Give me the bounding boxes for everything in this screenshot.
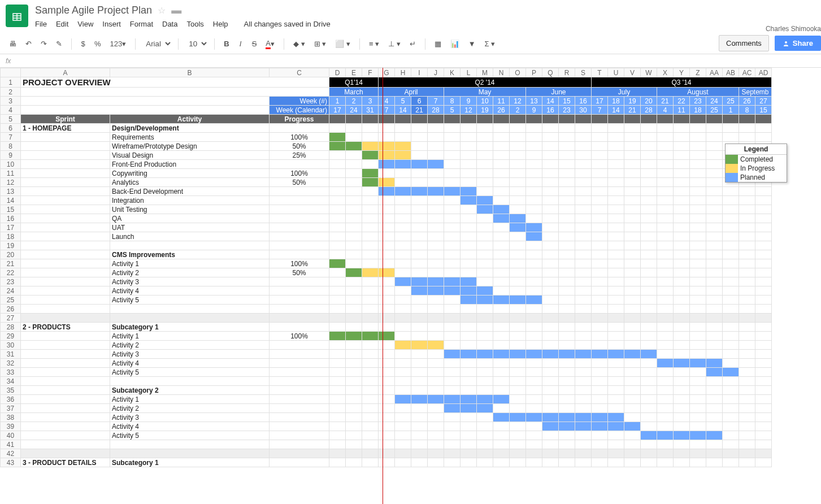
print-icon[interactable]: 🖶: [6, 37, 20, 50]
share-button[interactable]: Share: [775, 36, 821, 51]
borders-button[interactable]: ⊞ ▾: [311, 37, 330, 50]
font-size-select[interactable]: 10: [184, 38, 208, 50]
menu-format[interactable]: Format: [130, 20, 153, 28]
wrap-button[interactable]: ↵: [406, 37, 419, 50]
redo-icon[interactable]: ↷: [37, 37, 50, 50]
percent-button[interactable]: %: [91, 37, 105, 50]
sheets-logo[interactable]: [6, 5, 28, 27]
doc-title[interactable]: Sample Agile Project Plan: [35, 5, 152, 16]
folder-icon[interactable]: ▬: [171, 5, 181, 16]
user-name[interactable]: Charles Shimooka: [719, 25, 821, 33]
menu-insert[interactable]: Insert: [102, 20, 121, 28]
toolbar: 🖶 ↶ ↷ ✎ $ % 123 ▾ Arial 10 B I S A ▾ ◆ ▾…: [0, 34, 821, 54]
font-select[interactable]: Arial: [141, 38, 172, 50]
share-icon: [783, 40, 789, 47]
menu-tools[interactable]: Tools: [186, 20, 203, 28]
menu-help[interactable]: Help: [213, 20, 228, 28]
link-button[interactable]: ▦: [431, 37, 445, 50]
menu-edit[interactable]: Edit: [56, 20, 68, 28]
currency-button[interactable]: $: [77, 37, 89, 50]
chart-button[interactable]: 📊: [447, 37, 463, 50]
bold-button[interactable]: B: [220, 37, 232, 50]
menu-data[interactable]: Data: [162, 20, 177, 28]
number-format-button[interactable]: 123 ▾: [107, 37, 130, 50]
functions-button[interactable]: Σ ▾: [481, 37, 499, 50]
menu-file[interactable]: File: [35, 20, 47, 28]
text-color-button[interactable]: A ▾: [262, 37, 278, 51]
formula-bar[interactable]: fx: [0, 54, 821, 68]
grid-area[interactable]: ABCDEFGHIJKLMNOPQRSTUVWXYZAAABACAD1PROJE…: [0, 68, 821, 504]
paint-format-icon[interactable]: ✎: [53, 37, 66, 50]
align-v-button[interactable]: ⊥ ▾: [385, 37, 404, 50]
svg-point-5: [785, 41, 787, 44]
filter-button[interactable]: ▼: [465, 37, 479, 50]
strike-button[interactable]: S: [249, 37, 260, 50]
merge-button[interactable]: ⬜ ▾: [332, 37, 354, 50]
menu-view[interactable]: View: [77, 20, 93, 28]
italic-button[interactable]: I: [235, 37, 246, 50]
legend: Legend Completed In Progress Planned: [725, 144, 787, 183]
undo-icon[interactable]: ↶: [22, 37, 35, 50]
menu-bar: FileEditViewInsertFormatDataToolsHelpAll…: [35, 20, 815, 28]
star-icon[interactable]: ☆: [158, 5, 166, 16]
comments-button[interactable]: Comments: [719, 35, 769, 51]
align-h-button[interactable]: ≡ ▾: [366, 37, 383, 50]
save-status: All changes saved in Drive: [244, 20, 331, 28]
fill-color-button[interactable]: ◆ ▾: [290, 37, 309, 50]
